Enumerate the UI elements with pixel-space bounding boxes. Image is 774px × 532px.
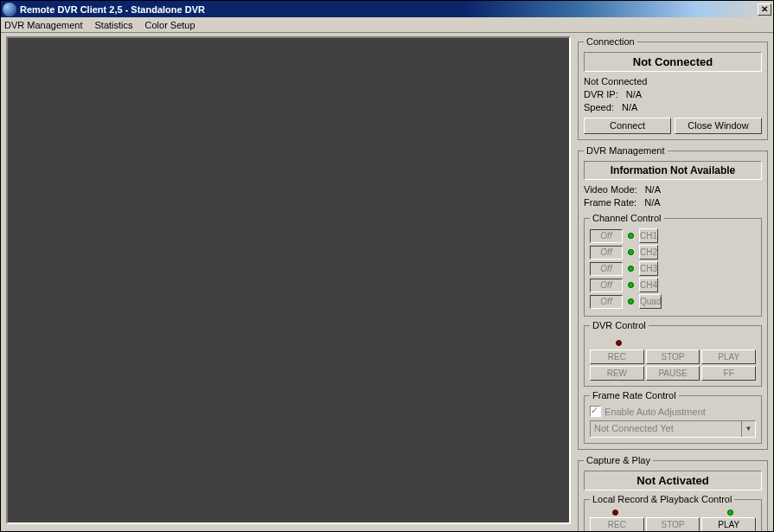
video-mode-value: N/A [645,183,661,196]
dvr-management-group: DVR Management Information Not Available… [578,145,768,450]
ip-value: N/A [626,88,642,101]
chevron-down-icon: ▼ [741,421,755,437]
channel-row-ch1: Off CH1 [590,228,756,243]
channel-row-ch2: Off CH2 [590,245,756,260]
auto-adjust-row: Enable Auto Adjustment [590,406,756,417]
local-rec-led-icon [612,510,618,516]
video-mode-label: Video Mode: [584,183,637,196]
quad-button[interactable]: Quad [639,294,662,309]
main-area: Connection Not Connected Not Connected D… [1,33,773,531]
channel-row-ch3: Off CH3 [590,261,756,276]
channel-row-quad: Off Quad [590,294,756,309]
speed-label: Speed: [584,101,614,114]
ch3-off-button[interactable]: Off [590,262,623,276]
connection-group: Connection Not Connected Not Connected D… [578,36,768,140]
dvr-rew-button[interactable]: REW [590,366,644,381]
connection-legend: Connection [584,36,637,47]
dvr-info-status: Information Not Available [584,161,762,180]
frame-rate-dropdown[interactable]: Not Connected Yet ▼ [590,420,756,438]
ch2-led-icon [628,249,634,255]
ch4-off-button[interactable]: Off [590,279,623,292]
menu-statistics[interactable]: Statistics [95,20,133,30]
frame-rate-control-legend: Frame Rate Control [590,390,679,401]
ip-label: DVR IP: [584,88,618,101]
dvr-rec-button[interactable]: REC [590,349,644,364]
connection-line1: Not Connected [584,75,762,88]
dvr-pause-button[interactable]: PAUSE [646,366,700,381]
video-mode-line: Video Mode: N/A [584,183,762,196]
ch1-led-icon [628,233,634,239]
dvr-management-legend: DVR Management [584,145,668,156]
close-window-icon[interactable]: ✕ [758,3,771,16]
app-icon [3,3,16,16]
capture-play-group: Capture & Play Not Activated Local Recor… [578,455,768,532]
frame-rate-control-group: Frame Rate Control Enable Auto Adjustmen… [584,390,762,444]
connection-speed: Speed: N/A [584,101,762,114]
local-play-button[interactable]: PLAY [701,517,756,532]
right-panel: Connection Not Connected Not Connected D… [578,36,768,524]
menu-color-setup[interactable]: Color Setup [145,20,195,30]
channel-control-legend: Channel Control [590,213,664,223]
capture-play-status: Not Activated [584,471,762,490]
dvr-control-legend: DVR Control [590,320,649,330]
channel-row-ch4: Off CH4 [590,278,756,292]
speed-value: N/A [622,101,637,114]
local-control-group: Local Record & Playback Control REC STOP… [584,494,762,532]
dvr-stop-button[interactable]: STOP [646,349,700,364]
local-control-legend: Local Record & Playback Control [590,494,734,504]
ch1-button[interactable]: CH1 [639,228,658,243]
connection-status: Not Connected [584,52,762,72]
titlebar: Remote DVR Client 2,5 - Standalone DVR ✕ [1,1,773,17]
capture-play-legend: Capture & Play [584,455,653,465]
frame-rate-line: Frame Rate: N/A [584,196,762,209]
ch3-led-icon [628,266,634,272]
menubar: DVR Management Statistics Color Setup [1,17,773,33]
ch2-off-button[interactable]: Off [590,246,623,260]
connect-button[interactable]: Connect [584,118,671,134]
connection-ip: DVR IP: N/A [584,88,762,101]
local-play-led-icon [727,510,733,516]
auto-adjust-label: Enable Auto Adjustment [604,407,706,417]
dvr-play-button[interactable]: PLAY [701,349,756,364]
frame-rate-value: N/A [644,196,660,209]
ch4-led-icon [628,282,634,288]
local-stop-button[interactable]: STOP [646,517,700,532]
frame-rate-dropdown-value: Not Connected Yet [591,421,741,437]
menu-dvr-management[interactable]: DVR Management [4,20,83,30]
auto-adjust-checkbox[interactable] [590,406,601,417]
ch2-button[interactable]: CH2 [639,245,658,260]
local-rec-button[interactable]: REC [590,517,644,532]
channel-control-group: Channel Control Off CH1 Off CH2 Off CH3 [584,213,762,317]
dvr-control-group: DVR Control REC STOP PLAY REW PAUSE FF [584,320,762,387]
close-window-button[interactable]: Close Window [675,118,762,134]
ch1-off-button[interactable]: Off [590,229,623,243]
quad-off-button[interactable]: Off [590,295,623,309]
frame-rate-label: Frame Rate: [584,196,636,209]
window-title: Remote DVR Client 2,5 - Standalone DVR [20,4,758,15]
quad-led-icon [628,298,634,304]
ch3-button[interactable]: CH3 [639,261,658,276]
video-viewport [6,36,571,524]
dvr-ff-button[interactable]: FF [701,366,756,381]
dvr-rec-led-icon [616,340,622,346]
ch4-button[interactable]: CH4 [639,278,658,292]
